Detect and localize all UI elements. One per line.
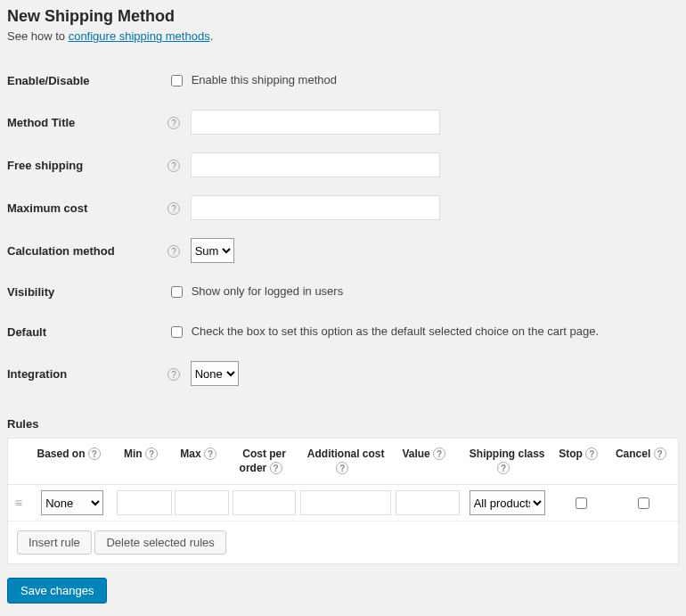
help-icon[interactable]: ? [167,202,180,215]
rule-min-input[interactable] [117,490,171,515]
maximum-cost-input[interactable] [191,195,440,220]
help-icon[interactable]: ? [654,448,666,460]
rule-max-input[interactable] [175,490,229,515]
default-checkbox-label[interactable]: Check the box to set this option as the … [167,324,599,338]
help-icon[interactable]: ? [167,368,180,381]
rule-stop-checkbox[interactable] [576,497,587,509]
calculation-method-label: Calculation method [7,229,167,272]
visibility-checkbox[interactable] [171,286,183,298]
page-title: New Shipping Method [7,7,679,26]
help-icon[interactable]: ? [167,117,180,129]
help-icon[interactable]: ? [145,448,158,460]
col-cost-per-order: Cost per order ? [231,439,298,485]
help-icon[interactable]: ? [270,462,282,474]
save-changes-button[interactable]: Save changes [7,578,107,604]
integration-label: Integration [7,352,167,395]
rules-table: Based on ? Min ? Max ? Cost per order ? … [7,438,679,564]
insert-rule-button[interactable]: Insert rule [17,530,92,554]
rules-heading: Rules [7,417,679,431]
default-label: Default [7,312,167,352]
col-additional-cost: Additional cost ? [298,439,394,485]
col-based-on: Based on ? [29,439,116,485]
rule-cost-per-order-input[interactable] [233,490,297,515]
default-checkbox[interactable] [171,326,183,338]
page-subhead: See how to configure shipping methods. [7,29,679,43]
method-title-input[interactable] [191,110,440,135]
help-icon[interactable]: ? [336,462,348,474]
rule-based-on-select[interactable]: None [41,490,103,515]
integration-select[interactable]: None [191,361,239,386]
col-min: Min ? [116,439,174,485]
enable-checkbox-label[interactable]: Enable this shipping method [167,73,337,86]
col-stop: Stop ? [553,439,611,485]
rule-additional-cost-input[interactable] [300,490,391,515]
help-icon[interactable]: ? [585,448,598,460]
help-icon[interactable]: ? [88,448,101,460]
help-icon[interactable]: ? [167,245,180,258]
col-shipping-class: Shipping class ? [461,439,552,485]
maximum-cost-label: Maximum cost [7,186,167,229]
col-max: Max ? [173,439,231,485]
free-shipping-input[interactable] [191,152,440,177]
rule-row: ≡ None All products [8,485,678,522]
enable-label: Enable/Disable [7,61,167,101]
method-title-label: Method Title [7,101,167,144]
drag-handle-icon[interactable]: ≡ [15,496,22,510]
delete-rules-button[interactable]: Delete selected rules [94,530,225,554]
rule-shipping-class-select[interactable]: All products [470,490,545,515]
configure-link[interactable]: configure shipping methods [69,29,210,43]
rule-cancel-checkbox[interactable] [638,497,649,509]
visibility-checkbox-label[interactable]: Show only for logged in users [167,284,343,298]
enable-checkbox[interactable] [171,75,183,86]
col-cancel: Cancel ? [611,439,678,485]
help-icon[interactable]: ? [497,462,510,474]
help-icon[interactable]: ? [204,448,216,460]
help-icon[interactable]: ? [433,448,445,460]
calculation-method-select[interactable]: Sum [191,238,234,263]
free-shipping-label: Free shipping [7,144,167,186]
rule-value-input[interactable] [396,490,460,515]
help-icon[interactable]: ? [167,160,180,172]
visibility-label: Visibility [7,272,167,312]
col-value: Value ? [394,439,461,485]
